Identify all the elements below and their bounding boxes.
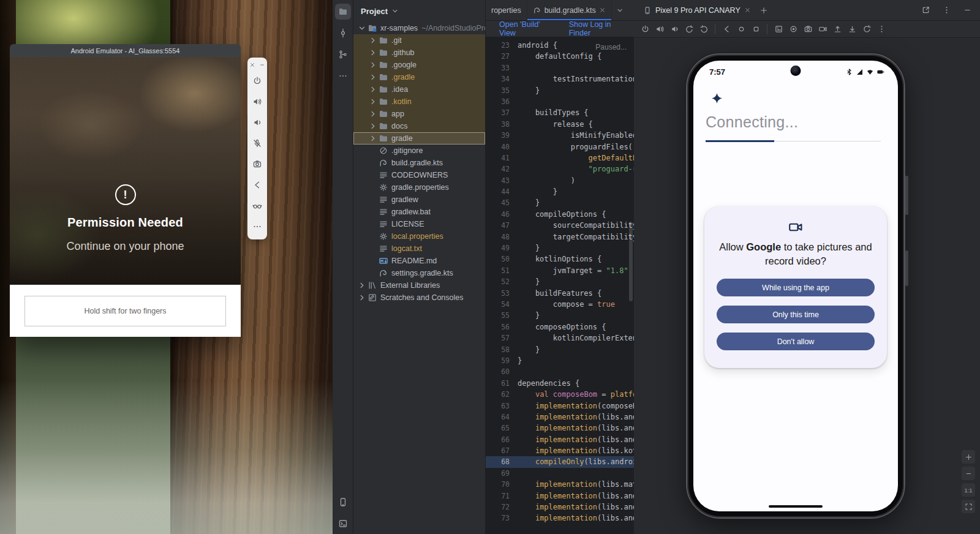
code-line-51[interactable]: 51 jvmTarget = "1.8" (486, 265, 634, 276)
code-line-39[interactable]: 39 isMinifyEnabled (486, 130, 634, 141)
code-line-71[interactable]: 71 implementation(libs.andr (486, 491, 634, 502)
code-line-33[interactable]: 33 (486, 62, 634, 73)
code-line-52[interactable]: 52 } (486, 276, 634, 287)
volume-down-button[interactable] (668, 23, 681, 36)
screenshot-button[interactable] (772, 23, 785, 36)
volume-up-button[interactable] (249, 91, 265, 112)
tree-item--google[interactable]: .google (353, 59, 485, 71)
tree-item-app[interactable]: app (353, 108, 485, 120)
tree-item--git[interactable]: .git (353, 34, 485, 47)
chevron-right-icon[interactable] (368, 72, 378, 82)
code-line-36[interactable]: 36 (486, 96, 634, 107)
camera-button[interactable] (249, 154, 265, 175)
rotate-left-button[interactable] (682, 23, 696, 36)
chevron-right-icon[interactable] (357, 280, 367, 290)
code-line-55[interactable]: 55 } (486, 310, 634, 321)
code-line-59[interactable]: 59} (486, 355, 634, 366)
overview-button[interactable] (749, 23, 763, 36)
back-button[interactable] (720, 23, 733, 36)
chevron-down-icon[interactable] (357, 23, 367, 33)
code-line-38[interactable]: 38 release { (486, 119, 634, 130)
power-button[interactable] (638, 23, 652, 36)
chevron-right-icon[interactable] (368, 134, 378, 143)
code-editor[interactable]: Paused... 23android {27 defaultConfig {3… (486, 38, 634, 534)
popout-button[interactable] (919, 4, 932, 17)
code-line-37[interactable]: 37 buildTypes { (486, 107, 634, 118)
stripe-structure-button[interactable] (335, 47, 351, 62)
back-button[interactable] (249, 175, 265, 195)
power-button[interactable] (249, 70, 265, 91)
tab-overflow-button[interactable] (612, 0, 628, 20)
tree-item-codeowners[interactable]: CODEOWNERS (353, 169, 485, 181)
tree-item--github[interactable]: .github (353, 47, 485, 59)
tree-item-docs[interactable]: docs (353, 120, 485, 132)
emulator-screen[interactable]: ! Permission Needed Continue on your pho… (10, 57, 241, 285)
tree-item--kotlin[interactable]: .kotlin (353, 96, 485, 108)
phone-screen[interactable]: 7:57 Connecting... Allow Google to take … (693, 61, 898, 511)
tree-item-xr-samples[interactable]: xr-samples~/AndroidStudioProj (353, 22, 485, 34)
stripe-more-horizontal-button[interactable] (335, 68, 351, 84)
stripe-device-button[interactable] (335, 494, 351, 510)
chevron-right-icon[interactable] (368, 121, 378, 131)
editor-tab-roperties[interactable]: roperties (486, 0, 527, 20)
code-line-66[interactable]: 66 implementation(libs.andr (486, 434, 634, 445)
code-line-64[interactable]: 64 implementation(libs.andr (486, 412, 634, 423)
code-line-49[interactable]: 49 } (486, 243, 634, 254)
code-line-41[interactable]: 41 getDefaultPr (486, 152, 634, 164)
video-button[interactable] (816, 23, 829, 36)
code-line-62[interactable]: 62 val composeBom = platfor (486, 389, 634, 400)
chevron-right-icon[interactable] (357, 293, 367, 303)
tree-item-gradlew-bat[interactable]: gradlew.bat (353, 206, 485, 218)
tree-item--idea[interactable]: .idea (353, 83, 485, 96)
fit-button[interactable] (962, 500, 975, 513)
dialog-button-don-t-allow[interactable]: Don't allow (717, 333, 875, 350)
tree-item-external-libraries[interactable]: External Libraries (353, 279, 485, 291)
tree-item-readme-md[interactable]: README.md (353, 255, 485, 267)
stripe-folder-button[interactable] (335, 4, 351, 20)
tree-item-settings-gradle-kts[interactable]: settings.gradle.kts (353, 267, 485, 279)
tree-item-gradle[interactable]: gradle (353, 132, 485, 145)
more-vertical-button[interactable] (940, 4, 953, 17)
minimize-button[interactable] (960, 4, 974, 17)
tree-item-gradlew[interactable]: gradlew (353, 194, 485, 206)
code-line-45[interactable]: 45 } (486, 197, 634, 208)
tree-item--gradle[interactable]: .gradle (353, 71, 485, 83)
code-line-68[interactable]: 68 compileOnly(libs.android (486, 456, 634, 467)
code-line-53[interactable]: 53 buildFeatures { (486, 288, 634, 299)
volume-down-button[interactable] (249, 112, 265, 133)
chevron-right-icon[interactable] (368, 48, 378, 58)
code-line-61[interactable]: 61dependencies { (486, 378, 634, 389)
tree-item--gitignore[interactable]: .gitignore (353, 145, 485, 157)
tree-item-gradle-properties[interactable]: gradle.properties (353, 181, 485, 194)
zoom-ratio-button[interactable]: 1:1 (962, 483, 975, 497)
dialog-button-only-this-time[interactable]: Only this time (717, 306, 875, 323)
stripe-terminal-button[interactable] (335, 516, 351, 532)
home-button[interactable] (734, 23, 748, 36)
record-button[interactable] (786, 23, 800, 36)
close-icon[interactable] (599, 7, 606, 13)
minimize-button[interactable] (962, 467, 975, 480)
plus-button[interactable] (962, 450, 975, 464)
code-line-56[interactable]: 56 composeOptions { (486, 322, 634, 333)
code-line-60[interactable]: 60 (486, 366, 634, 377)
code-line-50[interactable]: 50 kotlinOptions { (486, 254, 634, 265)
code-line-40[interactable]: 40 proguardFiles( (486, 141, 634, 152)
mic-off-button[interactable] (249, 133, 265, 154)
code-line-72[interactable]: 72 implementation(libs.andr (486, 502, 634, 513)
code-line-34[interactable]: 34 testInstrumentationR (486, 73, 634, 85)
tree-item-local-properties[interactable]: local.properties (353, 230, 485, 243)
tree-item-logcat-txt[interactable]: logcat.txt (353, 243, 485, 255)
code-line-63[interactable]: 63 implementation(composeBo (486, 401, 634, 412)
code-line-46[interactable]: 46 compileOptions { (486, 209, 634, 220)
chevron-right-icon[interactable] (368, 60, 378, 70)
home-indicator[interactable] (769, 505, 823, 508)
code-line-58[interactable]: 58 } (486, 344, 634, 355)
chevron-right-icon[interactable] (368, 97, 378, 107)
code-line-47[interactable]: 47 sourceCompatibility (486, 220, 634, 231)
new-device-tab-button[interactable] (756, 3, 771, 18)
upload-button[interactable] (831, 23, 844, 36)
download-button[interactable] (845, 23, 859, 36)
code-line-54[interactable]: 54 compose = true (486, 299, 634, 310)
code-line-48[interactable]: 48 targetCompatibility (486, 231, 634, 243)
code-line-73[interactable]: 73 implementation(libs.andr (486, 513, 634, 524)
